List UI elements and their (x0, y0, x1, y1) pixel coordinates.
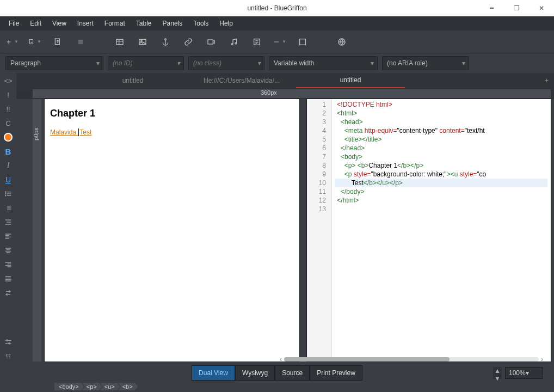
hr-icon[interactable]: ▼ (273, 35, 286, 48)
document-tab[interactable]: file:///C:/Users/Malavida/... (187, 73, 296, 88)
audio-icon[interactable] (227, 35, 241, 48)
svg-point-8 (231, 43, 233, 45)
tag-tool[interactable]: <> (2, 75, 14, 86)
image-icon[interactable] (136, 35, 149, 48)
id-select[interactable]: (no ID)▾ (108, 56, 184, 70)
stop-button[interactable] (74, 35, 87, 48)
italic-tool[interactable]: I (2, 160, 14, 171)
menu-view[interactable]: View (47, 16, 72, 30)
svg-point-13 (5, 192, 6, 192)
view-wysiwyg[interactable]: Wysiwyg (235, 365, 275, 381)
class-select[interactable]: (no class)▾ (188, 56, 264, 70)
align-left-tool[interactable] (2, 231, 14, 242)
svg-point-15 (5, 195, 6, 196)
new-tab-button[interactable]: + (545, 77, 549, 84)
code-area[interactable]: <!DOCTYPE html> <html> <head> <meta http… (332, 99, 551, 362)
important-tool[interactable]: ! (2, 89, 14, 100)
form-icon[interactable] (250, 35, 263, 48)
svg-point-6 (165, 39, 167, 40)
dom-breadcrumb: <body><p><u><b> (0, 381, 554, 392)
breadcrumb-item[interactable]: <u> (100, 383, 120, 390)
menu-help[interactable]: Help (214, 16, 238, 30)
bold-tool[interactable]: B (2, 146, 14, 157)
zoom-spinner[interactable]: ▲▼ (493, 367, 502, 379)
anchor-icon[interactable] (159, 35, 172, 48)
svg-rect-11 (300, 39, 306, 45)
main-toolbar: ▼ ▼ ▼ (0, 30, 554, 53)
menu-tools[interactable]: Tools (188, 16, 214, 30)
save-button[interactable] (51, 35, 64, 48)
settings-tool[interactable] (2, 336, 14, 347)
format-bar: Paragraph▾ (no ID)▾ (no class)▾ Variable… (0, 53, 554, 73)
svg-point-9 (235, 42, 237, 44)
document-tab[interactable]: untitled (296, 73, 405, 88)
menu-insert[interactable]: Insert (72, 16, 99, 30)
menu-file[interactable]: File (3, 16, 24, 30)
svg-rect-2 (78, 40, 83, 44)
heading-text[interactable]: Chapter 1 (50, 108, 294, 119)
menu-bar: FileEditViewInsertFormatTablePanelsTools… (0, 16, 554, 30)
svg-rect-0 (30, 39, 33, 44)
menu-panels[interactable]: Panels (157, 16, 188, 30)
align-right-tool[interactable] (2, 259, 14, 270)
align-center-tool[interactable] (2, 245, 14, 256)
code-block-icon[interactable] (296, 35, 309, 48)
split-handle[interactable] (301, 99, 305, 362)
ol-tool[interactable] (2, 203, 14, 213)
breadcrumb-item[interactable]: <body> (54, 383, 84, 390)
color-tool[interactable]: C (2, 118, 14, 128)
breadcrumb-item[interactable]: <p> (82, 383, 102, 390)
view-source[interactable]: Source (275, 365, 310, 381)
indent-tool[interactable] (2, 217, 14, 228)
breadcrumb-item[interactable]: <b> (118, 383, 138, 390)
underline-tool[interactable]: U (2, 174, 14, 185)
browser-icon[interactable] (335, 35, 348, 48)
menu-format[interactable]: Format (99, 16, 131, 30)
aria-select[interactable]: (no ARIA role)▾ (382, 56, 469, 70)
svg-rect-3 (116, 39, 123, 44)
maximize-button[interactable]: ❐ (504, 0, 529, 16)
double-important-tool[interactable]: !! (2, 103, 14, 114)
new-button[interactable]: ▼ (5, 35, 19, 48)
direction-tool[interactable] (2, 287, 14, 298)
view-dual-view[interactable]: Dual View (192, 365, 235, 381)
horizontal-ruler[interactable]: 360px (33, 89, 551, 98)
link-icon[interactable] (182, 35, 195, 48)
zoom-select[interactable]: 100%▾ (505, 367, 543, 379)
menu-edit[interactable]: Edit (24, 16, 47, 30)
line-gutter: 12345678910111213 (307, 99, 332, 362)
document-tabs: untitledfile:///C:/Users/Malavida/...unt… (16, 73, 554, 88)
close-button[interactable]: ✕ (529, 0, 554, 16)
link-text[interactable]: Malavida Test (50, 127, 91, 136)
svg-point-14 (5, 193, 6, 194)
minimize-button[interactable]: ━ (479, 0, 504, 16)
ul-tool[interactable] (2, 188, 14, 199)
align-justify-tool[interactable] (2, 273, 14, 284)
paragraph-select[interactable]: Paragraph▾ (5, 56, 103, 70)
video-icon[interactable] (205, 35, 218, 48)
window-titlebar: untitled - BlueGriffon ━ ❐ ✕ (0, 0, 554, 16)
foreground-color[interactable] (2, 132, 14, 143)
horizontal-scrollbar[interactable]: ‹› (278, 356, 545, 363)
menu-table[interactable]: Table (131, 16, 157, 30)
document-tab[interactable]: untitled (78, 73, 187, 88)
source-pane[interactable]: 12345678910111213 <!DOCTYPE html> <html>… (307, 99, 551, 362)
font-select[interactable]: Variable width▾ (269, 56, 378, 70)
table-icon[interactable] (113, 35, 126, 48)
corner-tool[interactable]: ⸮⸮ (2, 351, 14, 362)
view-print-preview[interactable]: Print Preview (310, 365, 362, 381)
svg-rect-7 (208, 40, 213, 44)
view-mode-bar: Dual ViewWysiwygSourcePrint Preview ▲▼ 1… (0, 365, 554, 381)
left-toolbar: <> ! !! C B I U ⸮⸮ (0, 73, 16, 365)
window-title: untitled - BlueGriffon (247, 4, 306, 12)
vertical-ruler[interactable]: p0px (33, 99, 41, 362)
open-button[interactable]: ▼ (28, 35, 41, 48)
wysiwyg-pane[interactable]: Chapter 1 Malavida Test (45, 99, 299, 362)
